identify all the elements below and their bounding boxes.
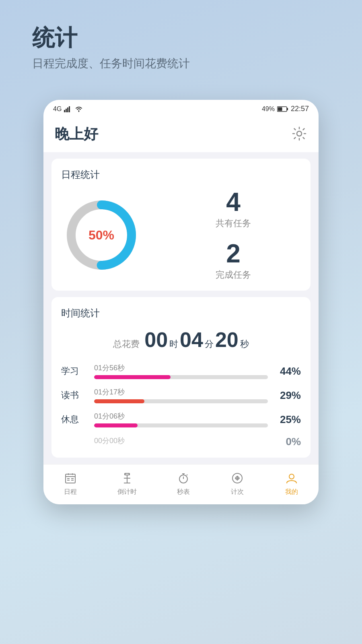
stats-numbers: 4 共有任务 2 完成任务 <box>158 189 301 281</box>
done-tasks-number: 2 <box>166 241 301 266</box>
done-tasks-label: 完成任务 <box>166 269 301 281</box>
category-time-0: 01分56秒 <box>94 363 268 373</box>
page-title: 统计 <box>32 24 330 51</box>
category-percent-0: 44% <box>273 365 301 378</box>
total-label: 总花费 <box>113 338 140 350</box>
svg-rect-0 <box>64 110 65 112</box>
counter-icon <box>230 471 245 485</box>
signal-bars-icon <box>64 106 72 112</box>
nav-stopwatch[interactable]: 秒表 <box>176 471 191 496</box>
progress-bg-0 <box>94 375 268 379</box>
category-details-2: 01分06秒 <box>94 411 268 427</box>
total-tasks-item: 4 共有任务 <box>166 189 301 229</box>
svg-rect-10 <box>66 474 75 483</box>
greeting-text: 晚上好 <box>55 124 98 144</box>
hour-unit: 时 <box>169 338 178 350</box>
svg-rect-5 <box>287 108 288 110</box>
svg-rect-3 <box>69 106 70 112</box>
category-time-3: 00分00秒 <box>94 436 268 446</box>
nav-schedule-label: 日程 <box>64 488 77 496</box>
status-bar: 4G 49% 22:57 <box>43 100 319 116</box>
category-row-3: 00分00秒 0% <box>61 436 301 448</box>
nav-schedule[interactable]: 日程 <box>63 471 78 496</box>
schedule-card: 日程统计 50% 4 共有任务 <box>51 159 311 291</box>
svg-rect-1 <box>66 109 67 112</box>
donut-percent: 50% <box>88 228 114 243</box>
svg-rect-2 <box>67 107 68 112</box>
progress-fill-2 <box>94 423 138 427</box>
time-display: 22:57 <box>291 105 309 113</box>
gear-icon <box>291 126 307 142</box>
total-tasks-label: 共有任务 <box>166 217 301 229</box>
nav-counter-label: 计次 <box>231 488 244 496</box>
status-right: 49% 22:57 <box>262 105 309 113</box>
svg-line-25 <box>187 475 187 475</box>
settings-button[interactable] <box>291 126 307 143</box>
seconds-display: 20 <box>215 328 239 352</box>
wifi-icon <box>74 106 83 112</box>
category-name-0: 学习 <box>61 365 89 377</box>
category-name-1: 读书 <box>61 389 89 401</box>
category-details-1: 01分17秒 <box>94 387 268 403</box>
nav-stopwatch-label: 秒表 <box>177 488 190 496</box>
nav-countdown[interactable]: 倒计时 <box>117 471 137 496</box>
progress-bg-1 <box>94 399 268 403</box>
category-percent-2: 25% <box>273 413 301 426</box>
category-time-2: 01分06秒 <box>94 411 268 421</box>
nav-countdown-label: 倒计时 <box>117 488 137 496</box>
category-name-2: 休息 <box>61 413 89 425</box>
done-tasks-item: 2 完成任务 <box>166 241 301 281</box>
category-row-1: 读书 01分17秒 29% <box>61 387 301 403</box>
status-left: 4G <box>53 105 83 113</box>
nav-profile-label: 我的 <box>285 488 298 496</box>
donut-chart: 50% <box>61 195 142 275</box>
time-card: 时间统计 总花费 00 时 04 分 20 秒 学习 01分56秒 <box>51 297 311 458</box>
category-list: 学习 01分56秒 44% 读书 01分17秒 <box>61 363 301 448</box>
page-subtitle: 日程完成度、任务时间花费统计 <box>32 56 330 71</box>
progress-fill-0 <box>94 375 171 379</box>
schedule-stats: 50% 4 共有任务 2 完成任务 <box>61 189 301 281</box>
page-header: 统计 日程完成度、任务时间花费统计 <box>0 0 362 83</box>
time-total: 总花费 00 时 04 分 20 秒 <box>61 328 301 352</box>
nav-counter[interactable]: 计次 <box>230 471 245 496</box>
category-details-0: 01分56秒 <box>94 363 268 379</box>
minute-unit: 分 <box>205 338 214 350</box>
category-time-1: 01分17秒 <box>94 387 268 397</box>
stopwatch-icon <box>176 471 191 485</box>
progress-fill-1 <box>94 399 144 403</box>
nav-profile[interactable]: 我的 <box>284 471 299 496</box>
progress-bg-2 <box>94 423 268 427</box>
category-row-0: 学习 01分56秒 44% <box>61 363 301 379</box>
total-tasks-number: 4 <box>166 189 301 215</box>
schedule-icon <box>63 471 78 485</box>
svg-point-30 <box>289 474 294 479</box>
second-unit: 秒 <box>240 338 249 350</box>
signal-text: 4G <box>53 105 62 113</box>
schedule-card-title: 日程统计 <box>61 168 301 181</box>
app-header: 晚上好 <box>43 116 319 152</box>
battery-text: 49% <box>262 105 275 113</box>
battery-icon <box>277 106 288 112</box>
category-details-3: 00分00秒 <box>94 436 268 448</box>
profile-icon <box>284 471 299 485</box>
svg-point-7 <box>297 131 302 136</box>
hours-display: 00 <box>144 328 168 352</box>
category-percent-1: 29% <box>273 389 301 402</box>
main-content: 日程统计 50% 4 共有任务 <box>43 152 319 464</box>
time-card-title: 时间统计 <box>61 307 301 320</box>
minutes-display: 04 <box>180 328 203 352</box>
countdown-icon <box>120 471 134 485</box>
category-row-2: 休息 01分06秒 25% <box>61 411 301 427</box>
svg-rect-6 <box>278 107 282 111</box>
phone-frame: 4G 49% 22:57 晚上好 <box>43 100 319 504</box>
category-percent-3: 0% <box>273 436 301 448</box>
bottom-nav: 日程 倒计时 <box>43 464 319 504</box>
